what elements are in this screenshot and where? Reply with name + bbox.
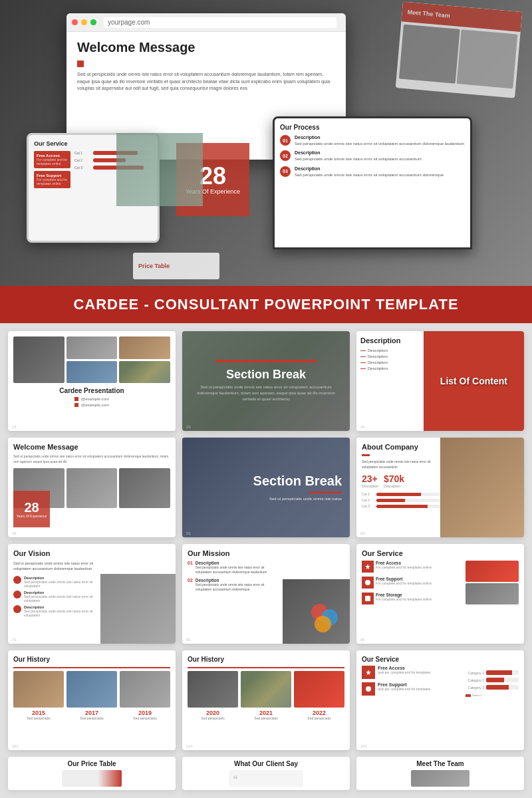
slide-section-break-2[interactable]: Section Break Sed ut perspiciatis unde o… xyxy=(182,438,350,537)
history-2-title: Our History xyxy=(188,656,344,663)
sb2-text: Sed ut perspiciatis unde omnis iste natu… xyxy=(269,496,342,501)
process-item-2: 02 Description Sed perspiciatis unde omn… xyxy=(280,150,465,162)
bottom-card-price[interactable]: Our Price Table xyxy=(8,757,176,790)
welcome-years-text: Years Of Experience xyxy=(17,514,47,518)
process-num-2: 02 xyxy=(280,150,291,161)
loc-white-part: Description Description Description Desc… xyxy=(356,331,424,431)
vision-item-2-sub: Sed perspiciatis unde omnis iste natus e… xyxy=(24,595,100,602)
title-banner: CARDEE - CONSULTANT POWERPOINT TEMPLATE xyxy=(0,286,532,323)
loc-item-1-text: Description xyxy=(368,348,388,352)
slide-vision-content: Our Vision Sed ut perspiciatis unde omni… xyxy=(8,544,176,644)
vision-item-3-sub: Sed perspiciatis unde omnis iste natus e… xyxy=(24,609,100,617)
service-item-2-name: Free Support xyxy=(376,577,432,581)
slide-history-2-content: Our History 2020 Sed perspiciatis 2021 S… xyxy=(182,650,350,750)
loc-item-4: Description xyxy=(360,366,420,370)
slide-number-2: 2/1 xyxy=(186,425,191,429)
slide-our-service[interactable]: Our Service Free Access For compl xyxy=(356,544,524,644)
sb1-red-bar xyxy=(215,360,316,362)
process-items-list: 01 Description Sed perspiciatis unde omn… xyxy=(280,135,465,178)
browser-content: Welcome Message Sed ut perspiciatis unde… xyxy=(66,32,346,100)
history-photo-2021 xyxy=(241,671,291,708)
service-item-3-text: Free Storage For complete and for templa… xyxy=(376,593,432,604)
cardee-photo-3 xyxy=(119,336,170,359)
years-number: 28 xyxy=(200,164,226,188)
slide-service-chart[interactable]: Our Service Free Access task per complet… xyxy=(356,650,524,750)
slide-our-history-1[interactable]: Our History 2015 Sed perspiciatis 2017 S… xyxy=(8,650,176,750)
mission-text-area: Our Mission 01 Description Sed perspicia… xyxy=(188,549,274,592)
sc-chart-bars: Category 1 Category 2 Cate xyxy=(466,670,519,690)
browser-body-text: Sed ut perspiciatis unde omnis iste natu… xyxy=(77,71,335,92)
history-text-2019: Sed perspiciatis xyxy=(133,716,156,720)
team-photo-preview xyxy=(411,770,469,787)
slide-sb1-content: Section Break Sed ut perspiciatis unde o… xyxy=(182,331,350,431)
slide-section-break-1[interactable]: Section Break Sed ut perspiciatis unde o… xyxy=(182,331,350,431)
process-desc-2: Sed perspiciatis unde omnis iste natus e… xyxy=(295,156,422,162)
sb2-line xyxy=(309,491,342,493)
banner-title: CARDEE - CONSULTANT POWERPOINT TEMPLATE xyxy=(73,296,458,313)
slide-cardee-presentation[interactable]: Cardee Presentation @example.com @exampl… xyxy=(8,331,176,431)
cardee-photo-4 xyxy=(66,361,118,384)
slide-about-company[interactable]: About Company Sed perspiciatis unde omni… xyxy=(356,438,524,537)
vision-items-list: Description Sed perspiciatis unde omnis … xyxy=(13,576,100,617)
sb1-title: Section Break xyxy=(226,368,306,382)
sb2-title: Section Break xyxy=(253,473,342,489)
vision-icon-1 xyxy=(13,576,21,584)
cardee-photo-2 xyxy=(66,336,118,359)
service-photo-grid xyxy=(466,561,519,604)
about-stat-2-label: Description xyxy=(384,484,404,488)
service-icon-1 xyxy=(362,561,374,573)
mission-item-2-label: Description xyxy=(196,578,274,583)
about-photo xyxy=(440,438,524,537)
slide-our-mission[interactable]: Our Mission 01 Description Sed perspicia… xyxy=(182,544,350,644)
mission-item-2-num: 02 xyxy=(188,578,193,592)
slide-our-vision[interactable]: Our Vision Sed ut perspiciatis unde omni… xyxy=(8,544,176,644)
service-item-2-text: Free Support For complete and for templa… xyxy=(376,577,432,589)
slide-history-1-content: Our History 2015 Sed perspiciatis 2017 S… xyxy=(8,650,176,750)
legend-color-1 xyxy=(466,694,471,697)
cardee-tagline-2: @example.com xyxy=(81,403,109,407)
history-1-timeline: 2015 Sed perspiciatis 2017 Sed perspicia… xyxy=(13,671,170,720)
svg-point-0 xyxy=(365,580,370,585)
bottom-card-client[interactable]: What Our Client Say ❝ xyxy=(182,757,350,790)
slide-number-10: 10/1 xyxy=(12,744,19,748)
mini-chart-label-3: Cat 3 xyxy=(362,504,375,508)
sc-chart-legend: Series 1 xyxy=(466,694,519,697)
slide-list-of-content[interactable]: Description Description Description Desc… xyxy=(356,331,524,431)
thumbnail-grid-section: Cardee Presentation @example.com @exampl… xyxy=(0,323,532,798)
bottom-slide-row: Our Price Table What Our Client Say ❝ Me… xyxy=(8,757,524,790)
slide-number-9: 9/1 xyxy=(360,638,365,642)
about-accent xyxy=(362,454,440,456)
vision-photo xyxy=(100,574,176,644)
sc-bar-row-1: Category 1 xyxy=(466,670,519,675)
mini-chart-fill-2 xyxy=(376,499,405,502)
sc-bar-fill-2 xyxy=(486,678,504,682)
mini-chart-row-1: Cat 1 xyxy=(362,492,440,496)
process-num-3: 03 xyxy=(280,166,291,177)
browser-dot-red xyxy=(72,19,78,25)
welcome-years-badge: 28 Years Of Experience xyxy=(13,491,50,527)
slide-number-12: 12/1 xyxy=(360,744,367,748)
sb2-overlay: Section Break Sed ut perspiciatis unde o… xyxy=(182,438,350,537)
sc-service-2: Free Support task per complete and for t… xyxy=(362,682,448,696)
history-text-2020: Sed perspiciatis xyxy=(201,716,224,720)
service-card-2: Free Support For complete and for templa… xyxy=(34,171,70,188)
laptop-slide-title: Our Process xyxy=(280,124,465,131)
service-icon-2 xyxy=(362,577,374,589)
cardee-photo-5 xyxy=(119,361,170,384)
circle-yellow xyxy=(315,616,331,632)
thumbnail-grid: Cardee Presentation @example.com @exampl… xyxy=(8,331,524,750)
slide-our-history-2[interactable]: Our History 2020 Sed perspiciatis 2021 S… xyxy=(182,650,350,750)
bottom-card-team[interactable]: Meet The Team xyxy=(356,757,524,790)
bottom-team-title: Meet The Team xyxy=(411,760,469,767)
history-label-2017: 2017 xyxy=(85,710,98,716)
history-text-2022: Sed perspiciatis xyxy=(307,716,331,720)
slide-welcome-message[interactable]: Welcome Message Sed ut perspiciatis unde… xyxy=(8,438,176,537)
history-year-2017: 2017 Sed perspiciatis xyxy=(66,671,117,720)
service-item-3-name: Free Storage xyxy=(376,593,432,597)
history-year-2022: 2022 Sed perspiciatis xyxy=(294,671,344,720)
vision-item-2-text: Description Sed perspiciatis unde omnis … xyxy=(24,591,100,602)
sc-service-2-name: Free Support xyxy=(378,682,448,687)
loc-line-1 xyxy=(360,350,366,351)
mini-chart-row-3: Cat 3 xyxy=(362,504,440,508)
browser-bar: yourpage.com xyxy=(66,13,346,32)
